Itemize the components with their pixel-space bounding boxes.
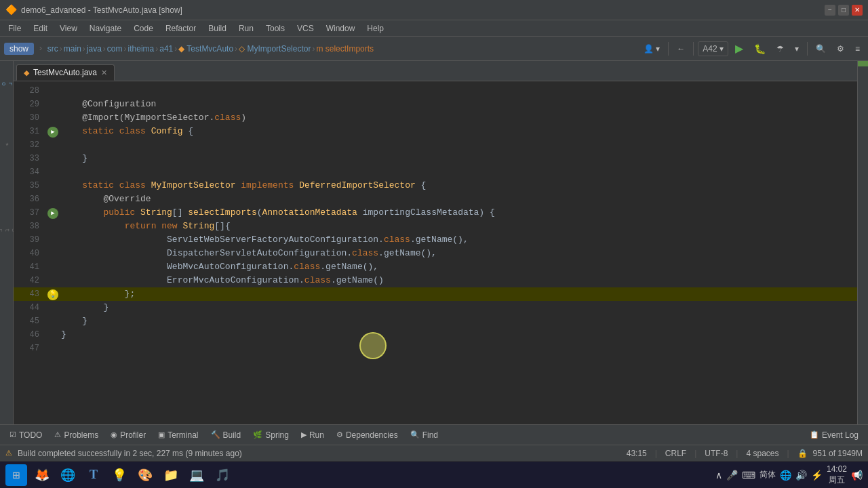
table-row: 39 ServletWebServerFactoryAutoConfigurat… [14,233,857,247]
cursor-position[interactable]: 43:15 [627,449,647,458]
taskbar-firefox[interactable]: 🦊 [30,464,54,487]
table-row: 37 ▶ public String[] selectImports(Annot… [14,206,857,220]
line-ending[interactable]: CRLF [665,449,686,458]
bottom-tab-dependencies[interactable]: ⚙ Dependencies [331,428,403,442]
breadcrumb-java[interactable]: java [87,44,102,54]
menu-code[interactable]: Code [128,22,159,35]
spring-label: Spring [265,430,289,440]
sidebar-structure[interactable]: Str [1,210,12,251]
navigate-back[interactable]: ← [673,42,689,56]
menu-vcs[interactable]: VCS [292,22,319,35]
run-icon: ▶ [301,430,307,439]
find-label: Find [422,430,438,440]
tray-battery[interactable]: ⚡ [811,470,823,481]
tray-network[interactable]: 🌐 [780,470,791,481]
breadcrumb-src[interactable]: src [47,44,58,54]
tray-volume[interactable]: 🔊 [795,470,807,481]
title-bar-left: 🔶 demo6_advanced - TestMvcAuto.java [sho… [5,4,182,16]
profiler-icon: ◉ [111,430,117,439]
menu-window[interactable]: Window [321,22,361,35]
show-button[interactable]: show [4,43,34,55]
maximize-button[interactable]: □ [838,5,849,16]
eventlog-label: Event Log [822,430,859,440]
indent-info[interactable]: 4 spaces [746,449,778,458]
bottom-tab-eventlog[interactable]: 📋 Event Log [804,428,864,442]
bottom-tab-build[interactable]: 🔨 Build [205,428,247,442]
tab-close-icon[interactable]: ✕ [101,68,107,77]
tray-clock[interactable]: 14:02 周五 [827,464,847,485]
breadcrumb-a41[interactable]: a41 [159,44,173,54]
taskbar-intellij[interactable]: 💡 [107,464,132,487]
run-config[interactable]: A42 ▾ [698,41,728,56]
sidebar-favorites[interactable]: ★ [1,123,12,164]
dependencies-label: Dependencies [346,430,398,440]
bottom-tab-run[interactable]: ▶ Run [296,428,330,442]
bottom-tab-todo[interactable]: ☑ TODO [4,428,47,442]
breadcrumb-method[interactable]: m selectImports [316,44,374,54]
tray-up-arrow[interactable]: ∧ [715,470,722,481]
taskbar-explorer[interactable]: 📁 [159,464,183,487]
taskbar-text[interactable]: T [81,464,106,487]
table-row: 40 DispatcherServletAutoConfiguration.cl… [14,247,857,260]
close-button[interactable]: ✕ [852,5,863,16]
run-button[interactable]: ▶ [731,40,747,57]
bottom-tab-problems[interactable]: ⚠ Problems [49,428,104,442]
taskbar-powerpoint[interactable]: 🎨 [133,464,157,487]
tray-microphone[interactable]: 🎤 [726,470,738,481]
status-bar: ⚠ Build completed successfully in 2 sec,… [0,445,868,461]
breadcrumb-main[interactable]: main [64,44,81,54]
bottom-tab-find[interactable]: 🔍 Find [405,428,443,442]
bottom-tab-spring[interactable]: 🌿 Spring [248,428,294,442]
taskbar-terminal[interactable]: 💻 [184,464,209,487]
taskbar-browser[interactable]: 🌐 [56,464,80,487]
breadcrumb-interface[interactable]: ◇ MyImportSelector [239,44,311,54]
minimize-button[interactable]: − [825,5,835,16]
table-row: 29 @Configuration [14,98,857,111]
start-button[interactable]: ⊞ [5,464,27,486]
profile-button[interactable]: 👤 ▾ [639,42,664,56]
taskbar-vlc[interactable]: 🎵 [210,464,235,487]
more-button[interactable]: ≡ [851,42,864,56]
column-icon: 🔒 [797,449,808,458]
bottom-tab-terminal[interactable]: ▣ Terminal [153,428,203,442]
code-editor[interactable]: 28 29 @Configuration 30 @Import(MyImport… [14,81,857,424]
tray-language[interactable]: 简体 [760,469,776,481]
dependencies-icon: ⚙ [336,430,343,439]
menu-help[interactable]: Help [361,22,389,35]
menu-navigate[interactable]: Navigate [84,22,127,35]
table-row: 45 } [14,314,857,328]
table-row: 34 [14,165,857,179]
bottom-tabs: ☑ TODO ⚠ Problems ◉ Profiler ▣ Terminal … [0,424,868,445]
menu-tools[interactable]: Tools [260,22,290,35]
warning-icon: ⚠ [5,449,12,458]
tray-notification[interactable]: 📢 [851,470,863,481]
tray-keyboard[interactable]: ⌨ [742,470,755,481]
search-everywhere[interactable]: 🔍 [812,42,830,56]
menu-file[interactable]: File [3,22,26,35]
table-row: 30 @Import(MyImportSelector.class) [14,111,857,125]
table-row: 31 ▶ static class Config { [14,125,857,138]
tab-testmvcauto[interactable]: ◆ TestMvcAuto.java ✕ [16,64,115,81]
bottom-tab-profiler[interactable]: ◉ Profiler [105,428,151,442]
terminal-label: Terminal [167,430,198,440]
sidebar-project[interactable]: Proj [1,64,12,104]
menu-view[interactable]: View [54,22,83,35]
breadcrumb-com[interactable]: com [107,44,123,54]
table-row: 42 ErrorMvcAutoConfiguration.class.getNa… [14,274,857,287]
breadcrumb-itheima[interactable]: itheima [128,44,155,54]
breadcrumb: src › main › java › com › itheima › a41 … [47,44,374,54]
build-label: Build [223,430,241,440]
coverage-button[interactable]: ☂ [772,42,788,56]
spring-icon: 🌿 [253,430,262,439]
encoding[interactable]: UTF-8 [705,449,728,458]
menu-edit[interactable]: Edit [28,22,53,35]
more-actions[interactable]: ▾ [791,42,803,56]
right-sidebar [857,61,868,424]
settings-button[interactable]: ⚙ [833,42,848,56]
menu-refactor[interactable]: Refactor [160,22,201,35]
menu-build[interactable]: Build [203,22,232,35]
menu-run[interactable]: Run [233,22,259,35]
terminal-icon: ▣ [158,430,165,439]
breadcrumb-class[interactable]: ◆ TestMvcAuto [178,44,233,54]
debug-button[interactable]: 🐛 [750,41,770,56]
